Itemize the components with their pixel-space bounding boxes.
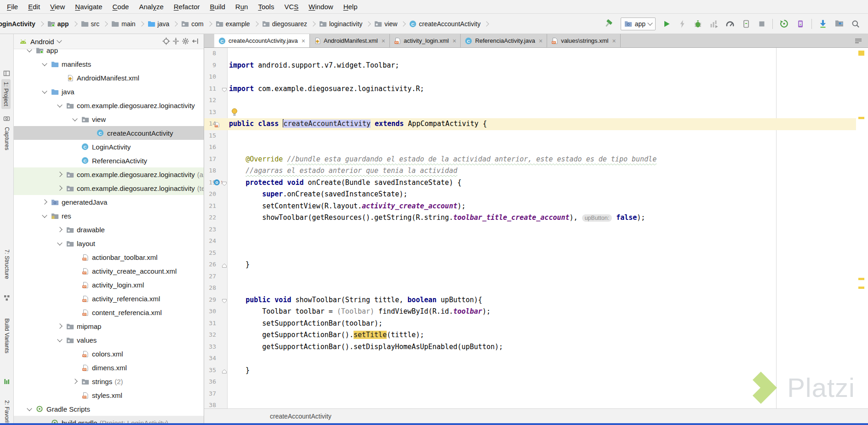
chevron-down-icon[interactable]: [55, 242, 65, 245]
fold-close-icon[interactable]: [222, 262, 227, 270]
breadcrumb-app[interactable]: app: [46, 19, 70, 29]
tree-item-app[interactable]: app: [14, 43, 204, 57]
menu-help[interactable]: Help: [338, 0, 363, 13]
tree-item-activity_referencia.xml[interactable]: <>activity_referencia.xml: [14, 292, 204, 305]
tree-item-res[interactable]: res: [14, 209, 204, 223]
chevron-down-icon[interactable]: [70, 118, 80, 121]
chevron-down-icon[interactable]: [55, 104, 65, 107]
tree-item-gradle-scripts[interactable]: Gradle Scripts: [14, 402, 204, 416]
breadcrumb-java[interactable]: java: [147, 19, 171, 29]
tree-item-view[interactable]: view: [14, 112, 204, 126]
chevron-right-icon[interactable]: [55, 172, 65, 176]
close-tab-icon[interactable]: ×: [612, 38, 616, 44]
chevron-down-icon[interactable]: [40, 215, 50, 217]
menu-tools[interactable]: Tools: [253, 0, 279, 13]
editor-tab-referenciaactivity.java[interactable]: CReferenciaActivity.java×: [461, 34, 547, 47]
menu-file[interactable]: File: [2, 0, 23, 13]
breadcrumb-src[interactable]: src: [80, 19, 101, 29]
menu-analyze[interactable]: Analyze: [134, 0, 168, 13]
fold-open-icon[interactable]: [222, 86, 227, 94]
chevron-down-icon[interactable]: [40, 63, 50, 65]
apply-changes-button[interactable]: [678, 19, 687, 29]
close-tab-icon[interactable]: ×: [382, 38, 385, 44]
tool-window-button-1-project[interactable]: 1: Project: [1, 79, 11, 109]
stop-button[interactable]: [757, 19, 766, 29]
chevron-down-icon[interactable]: [24, 49, 34, 52]
menu-navigate[interactable]: Navigate: [70, 0, 107, 13]
chevron-right-icon[interactable]: [55, 324, 65, 328]
tree-item-strings[interactable]: strings(2): [14, 374, 204, 388]
tree-item-drawable[interactable]: drawable: [14, 223, 204, 236]
code-editor[interactable]: 891011121314<>1516171819o↑20212223242526…: [204, 48, 868, 408]
profiler-button[interactable]: [709, 19, 719, 29]
tree-item-build.gradle[interactable]: build.gradle(Project: LoginActivity): [14, 416, 204, 423]
tab-list-button[interactable]: [853, 34, 863, 47]
tree-item-dimens.xml[interactable]: <>dimens.xml: [14, 361, 204, 374]
chevron-right-icon[interactable]: [40, 200, 50, 204]
fold-open-icon[interactable]: [222, 297, 227, 305]
tree-item-com.example.diegosuarez.loginactivity[interactable]: com.example.diegosuarez.loginactivity(an…: [14, 167, 204, 181]
chevron-right-icon[interactable]: [55, 186, 65, 190]
device-manager-button[interactable]: [834, 19, 845, 29]
chevron-right-icon[interactable]: [55, 228, 65, 231]
run-button[interactable]: [662, 19, 672, 29]
build-hammer-button[interactable]: [604, 18, 615, 29]
tree-item-activity_login.xml[interactable]: <>activity_login.xml: [14, 278, 204, 292]
menu-refactor[interactable]: Refactor: [169, 0, 205, 13]
tree-item-manifests[interactable]: manifests: [14, 57, 204, 71]
menu-code[interactable]: Code: [108, 0, 134, 13]
breadcrumb-loginactivity[interactable]: LoginActivity: [0, 19, 36, 29]
chevron-down-icon[interactable]: [40, 91, 50, 93]
tree-item-com.example.diegosuarez.loginactivity[interactable]: com.example.diegosuarez.loginactivity: [14, 98, 204, 112]
tool-window-button-captures[interactable]: Captures: [3, 124, 11, 153]
editor-tab-androidmanifest.xml[interactable]: AndroidManifest.xml×: [310, 34, 390, 47]
layout-inspector-button[interactable]: [795, 19, 805, 29]
project-tree[interactable]: appmanifestsAndroidManifest.xmljavacom.e…: [14, 43, 204, 423]
cpu-profiler-button[interactable]: [725, 19, 735, 29]
tree-item-createaccountactivity[interactable]: CcreateAccountActivity: [14, 126, 204, 140]
breadcrumb-example[interactable]: example: [215, 19, 251, 29]
menu-vcs[interactable]: VCS: [279, 0, 303, 13]
menu-run[interactable]: Run: [230, 0, 253, 13]
sync-project-button[interactable]: [779, 18, 789, 29]
close-tab-icon[interactable]: ×: [452, 38, 456, 44]
tool-window-button-build-variants[interactable]: Build Variants: [3, 316, 11, 356]
close-tab-icon[interactable]: ×: [302, 38, 305, 44]
tree-item-values[interactable]: values: [14, 333, 204, 347]
breadcrumb-diegosuarez[interactable]: diegosuarez: [261, 19, 308, 29]
menu-build[interactable]: Build: [205, 0, 230, 13]
tree-item-actionbar_toolbar.xml[interactable]: <>actionbar_toolbar.xml: [14, 250, 204, 264]
tree-item-mipmap[interactable]: mipmap: [14, 319, 204, 333]
breadcrumb-main[interactable]: main: [110, 19, 136, 29]
tree-item-activity_create_account.xml[interactable]: <>activity_create_account.xml: [14, 264, 204, 278]
chevron-right-icon[interactable]: [70, 379, 80, 383]
editor-tab-createaccountactivity.java[interactable]: CcreateAccountActivity.java×: [214, 34, 310, 47]
editor-breadcrumb-item[interactable]: createAccountActivity: [270, 413, 331, 420]
search-everywhere-button[interactable]: [851, 19, 861, 29]
fold-close-icon[interactable]: [222, 368, 227, 376]
tree-item-layout[interactable]: layout: [14, 236, 204, 250]
captures-tool-icon[interactable]: [3, 115, 10, 124]
chevron-down-icon[interactable]: [24, 408, 34, 410]
tree-item-generatedjava[interactable]: generatedJava: [14, 195, 204, 209]
run-configuration-selector[interactable]: app: [621, 17, 656, 30]
tool-window-button-2-favorites[interactable]: 2: Favorites: [3, 397, 11, 425]
build-variants-tool-icon[interactable]: [3, 378, 10, 387]
chevron-down-icon[interactable]: [55, 339, 65, 341]
menu-edit[interactable]: Edit: [23, 0, 45, 13]
tree-item-androidmanifest.xml[interactable]: AndroidManifest.xml: [14, 71, 204, 85]
tree-item-content_referencia.xml[interactable]: <>content_referencia.xml: [14, 305, 204, 319]
sdk-download-button[interactable]: [818, 18, 828, 29]
structure-tool-icon[interactable]: [3, 294, 10, 303]
tree-item-colors.xml[interactable]: <>colors.xml: [14, 347, 204, 361]
menu-window[interactable]: Window: [303, 0, 338, 13]
breadcrumb-com[interactable]: com: [180, 19, 204, 29]
tree-item-java[interactable]: java: [14, 85, 204, 98]
fold-open-icon[interactable]: [222, 180, 227, 188]
editor-tab-values-strings.xml[interactable]: <>values\strings.xml×: [547, 34, 621, 47]
tree-item-loginactivity[interactable]: CLoginActivity: [14, 140, 204, 154]
editor-tab-activity_login.xml[interactable]: <>activity_login.xml×: [390, 34, 461, 47]
overriding-method-icon[interactable]: o: [214, 179, 220, 185]
debug-button[interactable]: [693, 19, 703, 29]
run-device-button[interactable]: [741, 19, 751, 29]
